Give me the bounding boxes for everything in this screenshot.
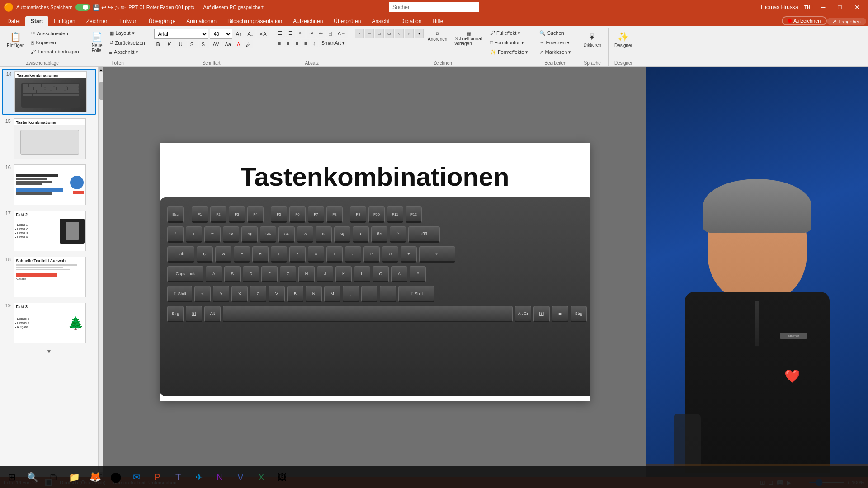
columns-button[interactable]: ⌸ [326,29,334,38]
chrome-button[interactable]: ⬤ [106,467,126,487]
italic-button[interactable]: K [165,40,175,48]
start-button[interactable]: ⊞ [2,467,22,487]
autosave-toggle[interactable] [75,4,90,11]
font-decrease-button[interactable]: A↓ [245,30,255,38]
minimize-button[interactable]: ─ [816,2,830,13]
ersetzen-button[interactable]: ↔ Ersetzen ▾ [537,38,573,47]
formeffekte-button[interactable]: ✨ Formeffekte ▾ [488,48,531,56]
clear-format-button[interactable]: ✕A [257,30,269,38]
shape-more[interactable]: ▾ [415,29,424,38]
font-name-select[interactable]: Arial [154,29,208,39]
align-right-button[interactable]: ≡ [293,39,301,47]
slide-thumb-19[interactable]: 19 Fakt 3 • Details 2 • Details 3 • Aufg… [2,301,96,345]
photos-button[interactable]: 🖼 [272,467,292,487]
zuruecksetzen-button[interactable]: ↺ Zurücksetzen [107,38,147,47]
aufzeichnen-button[interactable]: Aufzeichnen [782,16,827,25]
underline-button[interactable]: U [177,40,187,48]
slide-thumb-14[interactable]: 14 Tastenkombinationen [2,69,96,115]
bold-button[interactable]: B [154,40,164,48]
tab-start[interactable]: Start [25,16,48,26]
windows-taskbar: ⊞ 🔍 ⧉ 📁 🦊 ⬤ ✉ P T ✈ N V X 🖼 [0,466,868,488]
shape-rect[interactable]: □ [375,29,384,38]
search-button[interactable]: 🔍 [23,467,42,487]
ausschneiden-button[interactable]: ✂ Ausschneiden [28,29,81,38]
shape-line[interactable]: / [355,29,364,38]
slide-canvas[interactable]: Tastenkombinationen Esc F1 F2 F3 F4 F5 F… [160,143,590,401]
shape-triangle[interactable]: △ [405,29,414,38]
spacing-button[interactable]: AV [211,40,222,48]
search-input[interactable] [389,2,479,12]
maximize-button[interactable]: □ [834,2,846,13]
outlook-button[interactable]: ✉ [127,467,146,487]
markieren-button[interactable]: ↗ Markieren ▾ [537,48,573,56]
neue-folie-button[interactable]: 📄 NeueFolie [88,29,106,55]
align-left-button[interactable]: ≡ [276,39,283,47]
panel-scrollbar[interactable]: ▲ ▼ [99,67,103,477]
indent-more-button[interactable]: ⇥ [307,29,315,38]
line-spacing-button[interactable]: ↕ [311,39,318,47]
section-icon: ≡ [109,50,112,55]
layout-button[interactable]: ▦ Layout ▾ [107,29,147,38]
tab-ansicht[interactable]: Ansicht [366,16,395,26]
font-color-button[interactable]: A [235,40,242,48]
strikethrough-button[interactable]: S [188,40,198,48]
list-num-button[interactable]: ☰ [286,29,295,38]
indent-less-button[interactable]: ⇤ [297,29,305,38]
tab-uebergaenge[interactable]: Übergänge [143,16,181,26]
formkontur-button[interactable]: □ Formkontur ▾ [488,38,531,47]
font-increase-button[interactable]: A↑ [234,30,244,38]
list-bullet-button[interactable]: ☰ [276,29,285,38]
close-button[interactable]: ✕ [850,2,864,13]
abschnitt-button[interactable]: ≡ Abschnitt ▾ [107,48,147,56]
designer-button[interactable]: ✨ Designer [611,29,636,50]
tab-ueberpruefen[interactable]: Überprüfen [328,16,366,26]
shape-arrow[interactable]: → [365,29,374,38]
anordnen-button[interactable]: ⧉ Anordnen [425,29,450,44]
tab-aufzeichnen[interactable]: Aufzeichnen [288,16,328,26]
firefox-button[interactable]: 🦊 [85,467,105,487]
font-size-select[interactable]: 40 [210,29,232,39]
case-button[interactable]: Aa [222,40,233,48]
main-content: 14 Tastenkombinationen [0,67,868,477]
align-justify-button[interactable]: ≡ [302,39,309,47]
align-center-button[interactable]: ≡ [284,39,292,47]
explorer-button[interactable]: 📁 [64,467,84,487]
tab-datei[interactable]: Datei [2,16,25,26]
tab-zeichnen[interactable]: Zeichnen [81,16,114,26]
textrichtung-button[interactable]: A→ [335,29,348,38]
slide-thumb-15[interactable]: 15 Tastenkombinationen [2,117,96,161]
telegram-button[interactable]: ✈ [189,467,209,487]
taskview-button[interactable]: ⧉ [43,467,63,487]
tab-dictation[interactable]: Dictation [395,16,427,26]
designer-title: Designer [611,60,636,66]
excel-button[interactable]: X [251,467,271,487]
tab-einfuegen[interactable]: Einfügen [48,16,80,26]
visio-button[interactable]: V [231,467,250,487]
freigeben-button[interactable]: ↗ Freigeben [827,18,866,25]
shadow-button[interactable]: S [199,40,209,48]
powerpoint-button[interactable]: P [147,467,167,487]
smartart-button[interactable]: SmartArt ▾ [319,39,347,47]
slide-thumb-16[interactable]: 16 [2,163,96,207]
format-uebertragen-button[interactable]: 🖌 Format übertragen [28,47,81,56]
kopieren-button[interactable]: ⎘ Kopieren [28,38,81,47]
rtl-button[interactable]: ⇐ [316,29,325,38]
scroll-down-button[interactable]: ▼ [47,348,52,355]
key-i: I [326,246,343,263]
shape-circle[interactable]: ○ [395,29,404,38]
onenote-button[interactable]: N [210,467,230,487]
tab-entwurf[interactable]: Entwurf [114,16,143,26]
slide-thumb-18[interactable]: 18 Schnelle Textfeld Auswahl Aufgabe [2,255,96,299]
schnellformatvorlagen-button[interactable]: ▦ Schnellformat-vorlagen [451,29,486,48]
einfuegen-button[interactable]: 📋 Einfügen [4,29,28,50]
slide-thumb-17[interactable]: 17 Fakt 2 • Detail 1 • Detail 2 • Detail… [2,209,96,253]
shape-round-rect[interactable]: ▭ [385,29,394,38]
tab-animationen[interactable]: Animationen [181,16,222,26]
highlight-button[interactable]: 🖊 [244,40,253,48]
suchen-button[interactable]: 🔍 Suchen [537,29,573,38]
tab-hilfe[interactable]: Hilfe [427,16,448,26]
tab-praesentation[interactable]: Bildschirmpräsentation [222,16,288,26]
teams-button[interactable]: T [168,467,188,487]
fuelleffekt-button[interactable]: 🖍 Fülleffekt ▾ [488,29,531,38]
diktieren-button[interactable]: 🎙 Diktieren [580,29,604,50]
